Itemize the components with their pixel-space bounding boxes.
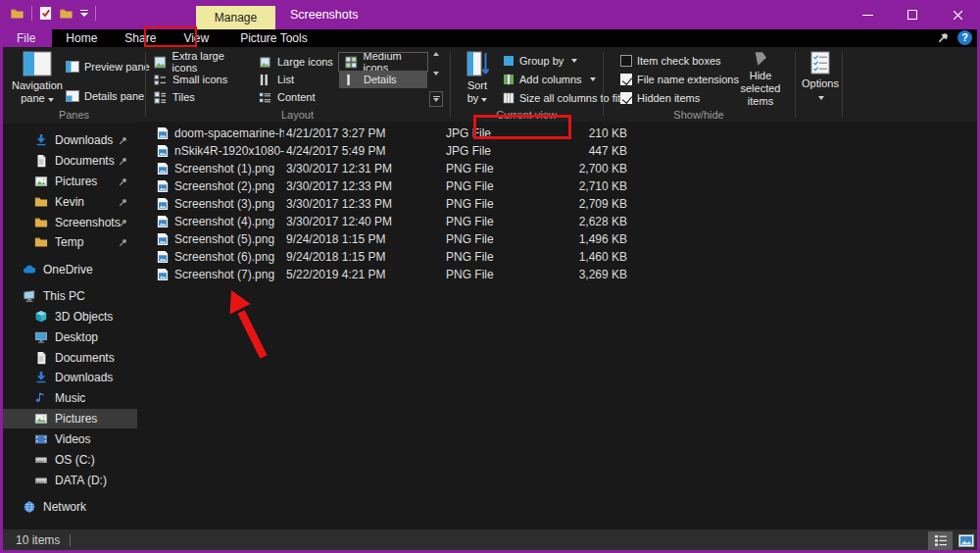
close-button[interactable] bbox=[935, 0, 980, 29]
sidebar-item-temp[interactable]: Temp bbox=[3, 232, 137, 252]
sidebar-item-kevin[interactable]: Kevin bbox=[3, 192, 137, 212]
file-type: JPG File bbox=[446, 144, 491, 158]
file-row[interactable]: doom-spacemarine-he...4/21/2017 3:27 PMJ… bbox=[137, 125, 977, 142]
file-row[interactable]: Screenshot (6).png9/24/2018 1:15 PMPNG F… bbox=[137, 248, 977, 266]
thumbnail-view-button[interactable] bbox=[954, 531, 978, 550]
sidebar-item-screenshots[interactable]: Screenshots bbox=[3, 213, 137, 232]
layout-item-label: Tiles bbox=[172, 91, 195, 103]
window-title: Screenshots bbox=[290, 0, 358, 29]
file-name-extensions-checkbox[interactable]: File name extensions bbox=[620, 72, 739, 87]
manage-contextual-tab[interactable]: Manage bbox=[196, 6, 275, 29]
file-date: 3/30/2017 12:31 PM bbox=[286, 162, 392, 176]
details-pane-button[interactable]: Details pane bbox=[66, 88, 144, 104]
pin-ribbon-icon[interactable] bbox=[937, 31, 950, 44]
sort-by-button[interactable]: Sortby bbox=[460, 51, 495, 108]
tab-view[interactable]: View bbox=[170, 29, 222, 47]
tab-file[interactable]: File bbox=[0, 29, 52, 47]
layout-extra-large-icons[interactable]: Extra large icons bbox=[148, 53, 250, 71]
hidden-items-checkbox[interactable]: Hidden items bbox=[620, 90, 700, 106]
sidebar-item-label: Documents bbox=[55, 351, 115, 365]
layout-large-icons[interactable]: Large icons bbox=[253, 53, 337, 71]
hide-selected-items-label: Hide selecteditems bbox=[728, 70, 793, 108]
file-row[interactable]: nSkik4R-1920x1080-453...4/24/2017 5:49 P… bbox=[137, 142, 977, 160]
navigation-pane-label: Navigationpane bbox=[12, 79, 63, 105]
sidebar-item-pictures[interactable]: Pictures bbox=[3, 172, 137, 191]
preview-pane-button[interactable]: Preview pane bbox=[66, 59, 150, 75]
sidebar-item-documents[interactable]: Documents bbox=[3, 348, 137, 368]
sidebar-item-desktop[interactable]: Desktop bbox=[3, 327, 137, 347]
sidebar-item-videos[interactable]: Videos bbox=[3, 429, 137, 449]
group-by-button[interactable]: Group by bbox=[503, 53, 577, 69]
file-date: 9/24/2018 1:15 PM bbox=[286, 250, 385, 264]
navigation-pane-icon bbox=[23, 51, 52, 76]
add-columns-button[interactable]: Add columns bbox=[503, 72, 596, 87]
maximize-button[interactable] bbox=[890, 0, 935, 29]
details-view-icon bbox=[934, 534, 948, 547]
sidebar-item-data-d[interactable]: DATA (D:) bbox=[3, 471, 137, 490]
file-size: 210 KB bbox=[549, 126, 627, 140]
details-view-button[interactable] bbox=[928, 531, 953, 550]
gallery-more-icon[interactable] bbox=[429, 91, 443, 107]
new-folder-icon[interactable] bbox=[59, 7, 74, 21]
group-by-icon bbox=[503, 55, 514, 67]
file-row[interactable]: Screenshot (7).png5/22/2019 4:21 PMPNG F… bbox=[137, 266, 977, 283]
gallery-scroll-down-icon[interactable] bbox=[433, 72, 439, 75]
title-bar: Manage Screenshots bbox=[0, 0, 980, 29]
item-check-boxes-checkbox[interactable]: Item check boxes bbox=[620, 53, 721, 69]
layout-list[interactable]: List bbox=[253, 71, 337, 88]
layout-small-icons[interactable]: Small icons bbox=[148, 71, 250, 88]
window-border bbox=[0, 29, 3, 553]
help-icon[interactable] bbox=[957, 30, 972, 45]
sidebar-item-documents[interactable]: Documents bbox=[3, 151, 137, 171]
layout-medium-icons[interactable]: Medium icons bbox=[339, 53, 427, 71]
sidebar-item-pictures-selected[interactable]: Pictures bbox=[3, 409, 137, 428]
file-row[interactable]: Screenshot (1).png3/30/2017 12:31 PMPNG … bbox=[137, 160, 977, 177]
navigation-pane-button[interactable]: Navigationpane bbox=[11, 51, 64, 108]
file-row[interactable]: Screenshot (5).png9/24/2018 1:15 PMPNG F… bbox=[137, 230, 977, 248]
layout-details[interactable]: Details bbox=[339, 71, 427, 88]
file-row[interactable]: Screenshot (3).png3/30/2017 12:33 PMPNG … bbox=[137, 195, 977, 213]
group-caption-current-view: Current view bbox=[450, 109, 603, 121]
sidebar-item-label: This PC bbox=[43, 289, 85, 303]
file-row[interactable]: Screenshot (4).png3/30/2017 12:40 PMPNG … bbox=[137, 213, 977, 230]
group-caption-layout: Layout bbox=[145, 109, 450, 121]
sidebar-item-music[interactable]: Music bbox=[3, 388, 137, 408]
file-name: Screenshot (5).png bbox=[174, 232, 284, 246]
tab-share[interactable]: Share bbox=[111, 29, 170, 47]
network-icon bbox=[23, 500, 36, 514]
toolbar-separator bbox=[31, 6, 32, 21]
file-row[interactable]: Screenshot (2).png3/30/2017 12:33 PMPNG … bbox=[137, 177, 977, 195]
sidebar-item-network[interactable]: Network bbox=[3, 497, 137, 517]
gallery-scroll-up-icon[interactable] bbox=[433, 52, 439, 56]
file-date: 3/30/2017 12:33 PM bbox=[286, 197, 392, 211]
preview-pane-label: Preview pane bbox=[84, 61, 150, 73]
sort-by-icon bbox=[466, 51, 489, 76]
hide-selected-items-button[interactable]: Hide selecteditems bbox=[728, 51, 793, 108]
folder-icon bbox=[34, 235, 48, 249]
customize-quick-access-icon[interactable] bbox=[80, 10, 88, 17]
sidebar-item-os-c[interactable]: OS (C:) bbox=[3, 450, 137, 470]
tab-picture-tools[interactable]: Picture Tools bbox=[226, 29, 320, 47]
sidebar-item-downloads[interactable]: Downloads bbox=[3, 130, 137, 150]
sidebar-item-onedrive[interactable]: OneDrive bbox=[3, 260, 137, 279]
pictures-icon bbox=[34, 412, 48, 426]
preview-pane-icon bbox=[66, 61, 79, 73]
sidebar-item-downloads[interactable]: Downloads bbox=[3, 368, 137, 387]
chevron-down-icon bbox=[571, 59, 577, 63]
video-icon bbox=[34, 432, 48, 446]
file-date: 9/24/2018 1:15 PM bbox=[286, 232, 385, 246]
layout-tiles[interactable]: Tiles bbox=[148, 88, 250, 106]
minimize-button[interactable] bbox=[845, 0, 890, 29]
group-caption-panes: Panes bbox=[3, 109, 145, 121]
properties-icon[interactable] bbox=[39, 6, 52, 21]
sidebar-item-3d-objects[interactable]: 3D Objects bbox=[3, 307, 137, 327]
options-button[interactable]: Options bbox=[801, 51, 840, 108]
layout-content[interactable]: Content bbox=[253, 88, 337, 106]
sidebar-item-label: DATA (D:) bbox=[55, 474, 107, 487]
sidebar-item-label: Downloads bbox=[55, 133, 113, 147]
tab-home[interactable]: Home bbox=[52, 29, 111, 47]
sidebar-item-this-pc[interactable]: This PC bbox=[3, 286, 137, 306]
drive-icon bbox=[34, 453, 48, 467]
pin-icon bbox=[118, 218, 128, 228]
file-name: Screenshot (2).png bbox=[174, 179, 284, 193]
